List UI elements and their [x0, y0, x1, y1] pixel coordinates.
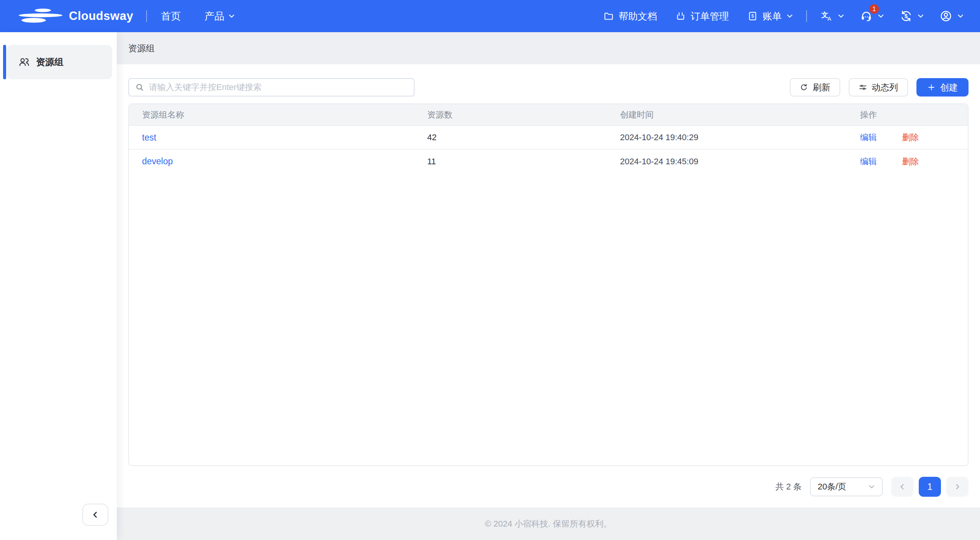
- notification-badge: 1: [869, 4, 879, 14]
- column-header-actions: 操作: [847, 104, 968, 126]
- resource-group-name-link[interactable]: develop: [142, 156, 173, 166]
- dynamic-columns-button[interactable]: 动态列: [849, 78, 908, 97]
- svg-text:$: $: [751, 13, 754, 19]
- chevron-down-icon: [957, 13, 964, 20]
- chevron-down-icon: [838, 13, 844, 20]
- chevron-down-icon: [868, 483, 875, 490]
- currency-menu[interactable]: $: [900, 10, 924, 23]
- sidebar-item-resource-group[interactable]: 资源组: [7, 45, 112, 79]
- delete-link[interactable]: 删除: [902, 156, 919, 167]
- table-header-row: 资源组名称 资源数 创建时间 操作: [129, 104, 968, 126]
- resource-group-table: 资源组名称 资源数 创建时间 操作 test 42 2024-10-24 19:…: [128, 103, 969, 466]
- svg-text:A: A: [828, 16, 831, 22]
- create-button[interactable]: 创建: [916, 78, 969, 97]
- help-docs-icon: [603, 11, 614, 21]
- page-1-button[interactable]: 1: [919, 477, 941, 497]
- brand[interactable]: Cloudsway: [18, 7, 133, 25]
- sidebar: 资源组: [0, 32, 117, 540]
- refresh-button[interactable]: 刷新: [790, 78, 840, 97]
- main-area: 资源组: [117, 32, 980, 540]
- chevron-down-icon: [917, 13, 924, 20]
- created-time: 2024-10-24 19:45:09: [607, 149, 847, 173]
- currency-exchange-icon: $: [900, 10, 913, 23]
- next-page-button[interactable]: [946, 477, 969, 497]
- active-indicator: [3, 45, 6, 79]
- support-menu[interactable]: 1: [860, 10, 884, 23]
- resource-count: 11: [414, 149, 607, 173]
- edit-link[interactable]: 编辑: [860, 156, 877, 167]
- billing-icon: $: [747, 11, 758, 21]
- chevron-down-icon: [786, 13, 793, 20]
- account-menu[interactable]: [939, 10, 964, 23]
- top-navbar: Cloudsway 首页 产品 帮助文档: [0, 0, 980, 32]
- language-icon: 文 A: [821, 10, 833, 22]
- orders-icon: [675, 11, 686, 21]
- navbar-divider: [146, 10, 147, 22]
- svg-text:$: $: [905, 13, 908, 19]
- column-header-created: 创建时间: [607, 104, 847, 126]
- help-docs-link[interactable]: 帮助文档: [603, 10, 657, 23]
- copyright-text: © 2024 小宿科技. 保留所有权利。: [485, 518, 612, 530]
- search-icon: [135, 83, 144, 92]
- page-size-select[interactable]: 20条/页: [810, 477, 883, 496]
- nav-item-products[interactable]: 产品: [204, 10, 235, 23]
- edit-link[interactable]: 编辑: [860, 132, 877, 143]
- chevron-down-icon: [228, 13, 235, 20]
- chevron-left-icon: [91, 511, 99, 519]
- resource-group-name-link[interactable]: test: [142, 133, 156, 142]
- chevron-right-icon: [954, 483, 961, 490]
- quick-links: 帮助文档 订单管理 $ 账单: [603, 10, 793, 23]
- table-row: develop 11 2024-10-24 19:45:09 编辑 删除: [129, 149, 968, 173]
- toolbar: 刷新 动态列: [117, 64, 980, 103]
- chevron-left-icon: [899, 483, 906, 490]
- created-time: 2024-10-24 19:40:29: [607, 126, 847, 149]
- breadcrumb: 资源组: [117, 32, 980, 64]
- brand-name: Cloudsway: [69, 9, 133, 23]
- refresh-icon: [800, 83, 808, 92]
- toolbar-actions: 刷新 动态列: [790, 78, 969, 97]
- column-header-name: 资源组名称: [129, 104, 414, 126]
- language-menu[interactable]: 文 A: [821, 10, 844, 22]
- search-box[interactable]: [128, 78, 415, 97]
- sidebar-item-label: 资源组: [36, 56, 64, 68]
- order-management-link[interactable]: 订单管理: [675, 10, 729, 23]
- total-count: 共 2 条: [776, 481, 802, 493]
- resource-group-icon: [18, 56, 30, 68]
- account-icon: [939, 10, 952, 23]
- footer: © 2024 小宿科技. 保留所有权利。: [117, 507, 980, 540]
- chevron-down-icon: [877, 13, 884, 20]
- columns-filter-icon: [859, 83, 867, 92]
- main-menu: 首页 产品: [161, 10, 235, 23]
- icon-menus: 文 A 1: [821, 10, 964, 23]
- search-input[interactable]: [149, 82, 408, 92]
- navbar-divider: [806, 10, 807, 22]
- plus-icon: [927, 83, 936, 92]
- sidebar-collapse-button[interactable]: [82, 504, 108, 526]
- cloudsway-logo-icon: [18, 7, 64, 25]
- nav-item-home[interactable]: 首页: [161, 10, 181, 23]
- resource-count: 42: [414, 126, 607, 149]
- delete-link[interactable]: 删除: [902, 132, 919, 143]
- column-header-count: 资源数: [414, 104, 607, 126]
- prev-page-button[interactable]: [891, 477, 913, 497]
- table-row: test 42 2024-10-24 19:40:29 编辑 删除: [129, 126, 968, 149]
- pagination: 共 2 条 20条/页 1: [117, 466, 980, 507]
- pager: 1: [891, 477, 969, 497]
- billing-link[interactable]: $ 账单: [747, 10, 793, 23]
- breadcrumb-title: 资源组: [128, 43, 155, 54]
